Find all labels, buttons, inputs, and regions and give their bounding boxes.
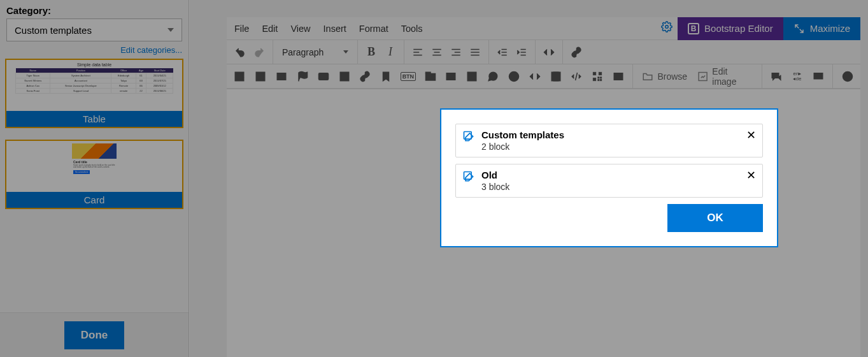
category-sub: 2 block xyxy=(481,142,564,152)
category-title: Old xyxy=(481,170,509,180)
edit-icon xyxy=(462,170,475,186)
ok-button[interactable]: OK xyxy=(667,204,763,232)
delete-category-icon[interactable]: ✕ xyxy=(746,168,756,182)
edit-icon xyxy=(462,130,475,145)
category-title: Custom templates xyxy=(481,129,564,140)
category-sub: 3 block xyxy=(481,182,509,192)
categories-modal: Custom templates 2 block ✕ Old 3 block ✕… xyxy=(440,108,778,247)
category-row[interactable]: Custom templates 2 block ✕ xyxy=(455,124,763,157)
delete-category-icon[interactable]: ✕ xyxy=(746,128,756,142)
category-row[interactable]: Old 3 block ✕ xyxy=(455,164,763,198)
